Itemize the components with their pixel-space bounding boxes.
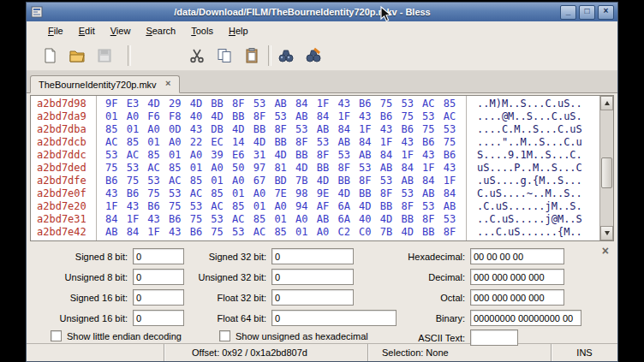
- maximize-button[interactable]: □: [579, 5, 595, 20]
- ascii-text-input[interactable]: [470, 329, 518, 346]
- ascii-cell[interactable]: .C.uS......jM..S.: [469, 200, 582, 213]
- hex-row: a2bd7e3184 1F 43 B6 75 53 AC 85 01 A0 AB…: [31, 213, 599, 226]
- statusbar: Offset: 0x92 / 0x1a2bd807d Selection: No…: [27, 343, 617, 361]
- arrow-down-icon: [605, 231, 610, 235]
- menu-view[interactable]: View: [103, 21, 139, 41]
- offset-cell: a2bd7dba: [31, 123, 98, 136]
- menu-file[interactable]: File: [40, 21, 71, 41]
- statusbar-offset: Offset: 0x92 / 0x1a2bd807d: [164, 344, 367, 361]
- panel-close-icon[interactable]: ×: [602, 245, 609, 257]
- ascii-cell[interactable]: S....9.1M..S...C.: [469, 149, 582, 162]
- ascii-cell[interactable]: uS....P..M..S...C: [469, 162, 582, 175]
- find-and-replace-button[interactable]: [302, 45, 325, 67]
- hex-bytes-cell[interactable]: AB 84 1F 43 B6 75 53 AC 85 01 A0 C2 C0 7…: [98, 226, 469, 239]
- hex-row: a2bd7e201F 43 B6 75 53 AC 85 01 A0 94 AF…: [31, 200, 599, 213]
- ascii-cell[interactable]: .uS....g.{M..S...: [469, 175, 582, 187]
- window-title: /data/Download/FILM/TheBourneIdentity720…: [47, 7, 558, 17]
- ascii-cell[interactable]: C.uS....~..M..S..: [469, 187, 582, 200]
- ascii-cell[interactable]: ...."..M..S...C.u: [469, 136, 582, 149]
- hex-bytes-cell[interactable]: 85 01 A0 0D 43 DB 4D BB 8F 53 AB 84 1F 4…: [98, 123, 469, 136]
- scrollbar-thumb[interactable]: [601, 157, 612, 188]
- titlebar[interactable]: /data/Download/FILM/TheBourneIdentity720…: [27, 3, 617, 21]
- float64-label: Float 64 bit:: [181, 313, 271, 323]
- float32-label: Float 32 bit:: [181, 293, 271, 303]
- offset-cell: a2bd7ded: [31, 162, 98, 175]
- unsigned16-label: Unsigned 16 bit:: [39, 313, 133, 323]
- unsigned32-input[interactable]: [271, 269, 354, 285]
- ascii-cell[interactable]: ....C.M..S...C.uS: [469, 123, 582, 136]
- find-icon: [277, 47, 295, 64]
- little-endian-option[interactable]: Show little endian decoding: [51, 330, 182, 341]
- vertical-scrollbar[interactable]: [599, 96, 613, 240]
- tab-close-icon[interactable]: ×: [163, 79, 174, 90]
- copy-button[interactable]: [213, 45, 236, 67]
- toolbar-separator: [128, 45, 131, 66]
- hex-bytes-cell[interactable]: B6 75 53 AC 85 01 A0 67 BD 7B 4D BB 8F 5…: [98, 175, 469, 187]
- tab-thebourneidentity[interactable]: TheBourneIdentity720p.mkv ×: [30, 75, 180, 93]
- hex-editor-area[interactable]: a2bd7d989F E3 4D 29 4D BB 8F 53 AB 84 1F…: [30, 95, 614, 241]
- minimize-button[interactable]: _: [560, 5, 576, 20]
- float32-input[interactable]: [271, 289, 354, 306]
- signed8-input[interactable]: [133, 248, 184, 264]
- unsigned8-input[interactable]: [133, 269, 184, 285]
- hex-bytes-cell[interactable]: 75 53 AC 85 01 A0 50 97 81 4D BB 8F 53 A…: [98, 162, 469, 175]
- tab-label: TheBourneIdentity720p.mkv: [39, 80, 157, 90]
- hex-bytes-cell[interactable]: 84 1F 43 B6 75 53 AC 85 01 A0 AB 6A 40 4…: [98, 213, 469, 226]
- ascii-text-label: ASCII Text:: [362, 333, 470, 343]
- save-file-button[interactable]: [93, 45, 116, 67]
- ascii-cell[interactable]: ...C.uS......{M..: [469, 226, 582, 239]
- tabbar: TheBourneIdentity720p.mkv ×: [27, 71, 617, 93]
- save-file-icon: [96, 47, 113, 64]
- unsigned16-input[interactable]: [133, 310, 184, 326]
- menu-help[interactable]: Help: [221, 21, 256, 41]
- column-divider: [96, 96, 97, 240]
- menu-tools[interactable]: Tools: [183, 21, 221, 41]
- open-file-button[interactable]: [66, 45, 88, 67]
- ascii-cell[interactable]: ..C.uS.....j@M..S: [469, 213, 582, 226]
- hex-row: a2bd7dcbAC 85 01 A0 22 EC 14 4D BB 8F 53…: [31, 136, 599, 149]
- decimal-input[interactable]: [470, 269, 564, 285]
- signed32-label: Signed 32 bit:: [181, 252, 271, 262]
- unsigned8-label: Unsigned 8 bit:: [39, 272, 133, 282]
- hex-bytes-cell[interactable]: AC 85 01 A0 22 EC 14 4D BB 8F 53 AB 84 1…: [98, 136, 469, 149]
- new-file-button[interactable]: [39, 45, 61, 67]
- offset-cell: a2bd7d98: [31, 98, 98, 110]
- binary-input[interactable]: [470, 310, 581, 326]
- ascii-cell[interactable]: ....@M..S...C.uS.: [469, 110, 582, 123]
- hex-row: a2bd7ded75 53 AC 85 01 A0 50 97 81 4D BB…: [31, 162, 599, 175]
- close-button[interactable]: ×: [598, 5, 614, 20]
- hex-bytes-cell[interactable]: 53 AC 85 01 A0 39 E6 31 4D BB 8F 53 AB 8…: [98, 149, 469, 162]
- ascii-cell[interactable]: ..M)M..S...C.uS..: [469, 98, 582, 110]
- find-and-replace-icon: [305, 47, 322, 64]
- octal-input[interactable]: [470, 289, 564, 306]
- find-button[interactable]: [275, 45, 297, 67]
- app-icon: [30, 5, 44, 19]
- hexadecimal-input[interactable]: [470, 248, 564, 264]
- scroll-down-button[interactable]: [600, 226, 613, 240]
- statusbar-mode: INS: [551, 344, 617, 361]
- hex-bytes-cell[interactable]: 43 B6 75 53 AC 85 01 A0 7E 98 9E 4D BB 8…: [98, 187, 469, 200]
- hex-bytes-cell[interactable]: 1F 43 B6 75 53 AC 85 01 A0 94 AF 6A 4D B…: [98, 200, 469, 213]
- offset-cell: a2bd7da9: [31, 110, 98, 123]
- signed16-label: Signed 16 bit:: [39, 293, 133, 303]
- cut-icon: [188, 47, 206, 64]
- mouse-cursor: [380, 6, 392, 23]
- signed32-input[interactable]: [271, 248, 354, 264]
- paste-button[interactable]: [241, 45, 263, 67]
- cut-button[interactable]: [186, 45, 208, 67]
- menu-edit[interactable]: Edit: [71, 21, 103, 41]
- hex-row: a2bd7dba85 01 A0 0D 43 DB 4D BB 8F 53 AB…: [31, 123, 599, 136]
- menu-search[interactable]: Search: [138, 21, 183, 41]
- column-divider: [466, 96, 467, 240]
- unsigned-hex-checkbox[interactable]: [219, 330, 230, 341]
- little-endian-checkbox[interactable]: [51, 330, 62, 341]
- hex-bytes-cell[interactable]: 9F E3 4D 29 4D BB 8F 53 AB 84 1F 43 B6 7…: [98, 98, 469, 110]
- signed16-input[interactable]: [133, 289, 184, 306]
- data-conversion-panel: Signed 8 bit: Unsigned 8 bit: Signed 16 …: [27, 241, 617, 343]
- offset-cell: a2bd7dfe: [31, 175, 98, 187]
- hexadecimal-label: Hexadecimal:: [362, 252, 470, 262]
- hex-bytes-cell[interactable]: 01 A0 F6 F8 40 4D BB 8F 53 AB 84 1F 43 B…: [98, 110, 469, 123]
- hex-row: a2bd7e42AB 84 1F 43 B6 75 53 AC 85 01 A0…: [31, 226, 599, 239]
- scroll-up-button[interactable]: [600, 96, 613, 110]
- unsigned-hex-option[interactable]: Show unsigned as hexadecimal: [219, 330, 368, 341]
